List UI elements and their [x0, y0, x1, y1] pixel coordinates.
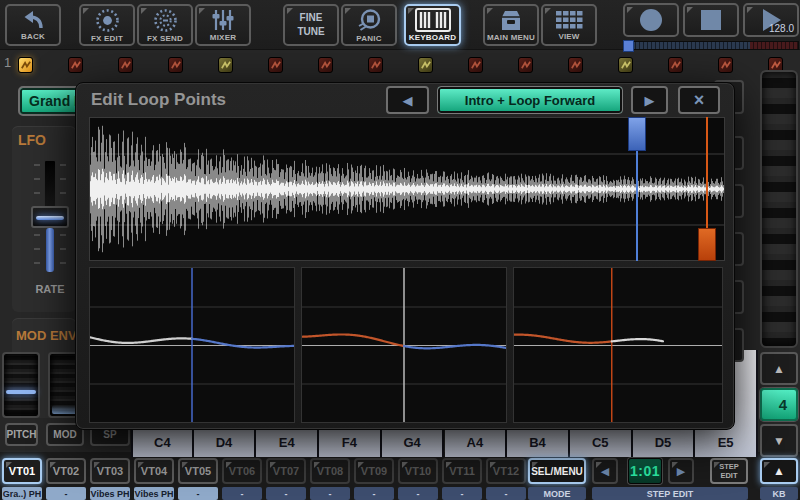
- view-button[interactable]: VIEW: [541, 4, 597, 46]
- step-flag-icon: [620, 59, 632, 72]
- loop-mode-prev-button[interactable]: ◀: [386, 86, 429, 114]
- lfo-rate-slider-handle[interactable]: [31, 206, 69, 228]
- step-indicator-5[interactable]: [218, 57, 233, 73]
- track-sub-label-vt07: -: [266, 487, 306, 500]
- loop-mode-selector[interactable]: Intro + Loop Forward: [437, 86, 623, 114]
- step-indicator-6[interactable]: [268, 57, 283, 73]
- step-indicator-9[interactable]: [418, 57, 433, 73]
- song-progress-bar[interactable]: [623, 41, 799, 50]
- record-button[interactable]: [623, 3, 679, 37]
- track-sub-label-vt08: -: [310, 487, 350, 500]
- step-indicator-1[interactable]: [18, 57, 33, 73]
- fx-edit-label: FX EDIT: [91, 34, 123, 43]
- step-edit-line1: STEP: [719, 462, 739, 471]
- step-flag-icon: [320, 59, 332, 72]
- fx-edit-button[interactable]: FX EDIT: [79, 4, 135, 46]
- main-menu-button[interactable]: MAIN MENU: [483, 4, 539, 46]
- waveform-overlay: [89, 117, 725, 261]
- step-indicator-13[interactable]: [618, 57, 633, 73]
- track-button-vt06[interactable]: VT06: [222, 458, 262, 484]
- close-button[interactable]: ×: [678, 86, 720, 114]
- step-indicator-3[interactable]: [118, 57, 133, 73]
- arrow-up-icon: ▲: [773, 362, 785, 376]
- pattern-next-button[interactable]: ▶: [668, 458, 694, 484]
- sample-end-zoom-canvas: [514, 268, 722, 422]
- back-icon: [21, 9, 45, 31]
- track-button-vt09[interactable]: VT09: [354, 458, 394, 484]
- track-sub-label-vt11: -: [442, 487, 482, 500]
- track-button-vt03[interactable]: VT03: [90, 458, 130, 484]
- step-edit-button[interactable]: STEP EDIT: [710, 458, 748, 484]
- fx-edit-icon: [95, 8, 120, 33]
- lfo-section-label: LFO: [18, 132, 46, 148]
- sample-end-handle[interactable]: [698, 228, 716, 261]
- step-indicator-12[interactable]: [568, 57, 583, 73]
- track-button-vt05[interactable]: VT05: [178, 458, 218, 484]
- track-button-vt01[interactable]: VT01: [2, 458, 42, 484]
- scroll-thumbwheel[interactable]: [760, 70, 798, 348]
- pitch-button[interactable]: PITCH: [5, 423, 38, 446]
- track-button-vt02[interactable]: VT02: [46, 458, 86, 484]
- mixer-button[interactable]: MIXER: [195, 4, 251, 46]
- panic-button[interactable]: PANIC: [341, 4, 397, 46]
- loop-mode-next-button[interactable]: ▶: [631, 86, 668, 114]
- step-indicator-2[interactable]: [68, 57, 83, 73]
- track-sub-label-vt01: Gra..) PH: [2, 487, 42, 500]
- tempo-value: 128.0: [769, 23, 794, 34]
- track-button-vt04[interactable]: VT04: [134, 458, 174, 484]
- track-button-vt10[interactable]: VT10: [398, 458, 438, 484]
- progress-handle[interactable]: [623, 40, 634, 52]
- track-sub-label-vt04: Vibes PH: [134, 487, 174, 500]
- nav-left-icon: ◀: [403, 93, 413, 108]
- kb-octave-up-button[interactable]: ▲: [760, 458, 798, 484]
- track-button-vt11[interactable]: VT11: [442, 458, 482, 484]
- fx-send-icon: [153, 8, 178, 33]
- stop-icon: [698, 7, 724, 33]
- step-indicator-11[interactable]: [518, 57, 533, 73]
- loop-crossfade-zoom-panel[interactable]: [301, 267, 507, 423]
- lfo-rate-track-bottom[interactable]: [46, 228, 54, 272]
- sel-menu-button[interactable]: SEL/MENU: [528, 458, 586, 484]
- track-button-vt08[interactable]: VT08: [310, 458, 350, 484]
- track-button-vt12[interactable]: VT12: [486, 458, 526, 484]
- mixer-icon: [210, 8, 236, 32]
- track-button-vt07[interactable]: VT07: [266, 458, 306, 484]
- loop-start-handle[interactable]: [628, 117, 646, 151]
- step-flag-icon: [670, 59, 682, 72]
- step-flag-icon: [120, 59, 132, 72]
- play-button[interactable]: 128.0: [743, 3, 799, 37]
- sample-end-zoom-panel[interactable]: [513, 267, 723, 423]
- step-indicator-8[interactable]: [368, 57, 383, 73]
- step-indicator-15[interactable]: [718, 57, 733, 73]
- rate-label: RATE: [22, 283, 78, 295]
- step-indicator-4[interactable]: [168, 57, 183, 73]
- octave-up-button[interactable]: ▲: [760, 352, 798, 385]
- fx-send-button[interactable]: FX SEND: [137, 4, 193, 46]
- step-flag-icon: [20, 59, 32, 72]
- record-icon: [637, 7, 665, 33]
- loop-start-zoom-panel[interactable]: [89, 267, 295, 423]
- step-indicator-14[interactable]: [668, 57, 683, 73]
- step-indicator-7[interactable]: [318, 57, 333, 73]
- step-flag-icon: [270, 59, 282, 72]
- kb-group-label: KB: [760, 487, 798, 500]
- step-edit-line2: EDIT: [720, 471, 737, 480]
- lfo-rate-track-top[interactable]: [44, 160, 56, 210]
- step-flag-icon: [570, 59, 582, 72]
- track-sub-label-vt06: -: [222, 487, 262, 500]
- back-button[interactable]: BACK: [5, 4, 61, 46]
- step-flag-icon: [170, 59, 182, 72]
- pitch-wheel[interactable]: [2, 352, 40, 418]
- fine-tune-button[interactable]: FINE TUNE: [283, 4, 339, 46]
- fx-send-label: FX SEND: [147, 34, 183, 43]
- step-flag-icon: [720, 59, 732, 72]
- step-indicator-10[interactable]: [468, 57, 483, 73]
- stop-button[interactable]: [683, 3, 739, 37]
- nav-right-icon: ▶: [645, 93, 655, 108]
- panic-icon: [356, 8, 382, 33]
- pattern-prev-button[interactable]: ◀: [592, 458, 618, 484]
- octave-down-button[interactable]: ▼: [760, 424, 798, 457]
- keyboard-button[interactable]: KEYBOARD: [404, 4, 461, 46]
- octave-value-button[interactable]: 4: [760, 388, 798, 421]
- step-flag-icon: [470, 59, 482, 72]
